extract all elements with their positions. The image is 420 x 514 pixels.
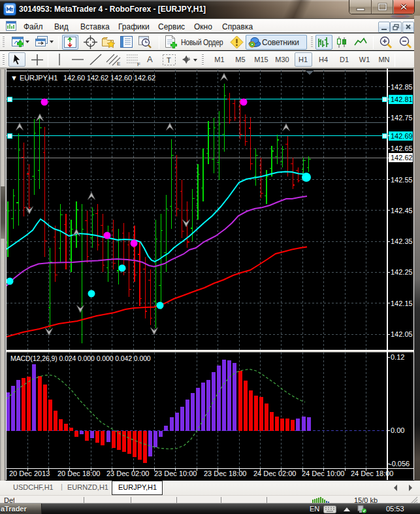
- svg-text:142.15: 142.15: [391, 300, 413, 307]
- svg-text:142.05: 142.05: [391, 330, 413, 338]
- svg-text:142.35: 142.35: [391, 237, 413, 245]
- svg-text:142.85: 142.85: [391, 83, 413, 91]
- svg-text:142.81: 142.81: [391, 95, 413, 103]
- svg-text:24 Dec 02:00: 24 Dec 02:00: [253, 470, 296, 477]
- svg-text:23 Dec 10:00: 23 Dec 10:00: [154, 470, 197, 477]
- svg-text:142.65: 142.65: [391, 145, 413, 152]
- svg-text:142.62: 142.62: [391, 154, 413, 162]
- svg-text:23 Dec 18:00: 23 Dec 18:00: [204, 470, 246, 477]
- svg-text:24 Dec 10:00: 24 Dec 10:00: [302, 470, 344, 477]
- svg-text:142.75: 142.75: [391, 114, 413, 122]
- svg-text:142.69: 142.69: [391, 132, 413, 140]
- svg-text:23 Dec 02:00: 23 Dec 02:00: [106, 470, 149, 477]
- svg-text:142.55: 142.55: [391, 176, 413, 184]
- svg-text:24 Dec 18:00: 24 Dec 18:00: [351, 470, 393, 477]
- svg-text:0.00: 0.00: [391, 426, 404, 434]
- svg-text:-0.056: -0.056: [389, 460, 410, 468]
- svg-text:142.45: 142.45: [391, 207, 413, 214]
- svg-text:MACD(12,26,9) 0.024 0.000 0.00: MACD(12,26,9) 0.024 0.000 0.000 0.042 0.…: [10, 354, 151, 362]
- svg-text:EURJPY,H1 142.60 142.62 142.: EURJPY,H1 142.60 142.62 142.60 142.62: [20, 74, 155, 82]
- svg-text:142.25: 142.25: [391, 268, 413, 276]
- svg-text:20 Dec 2013: 20 Dec 2013: [9, 470, 50, 477]
- svg-text:▼: ▼: [10, 74, 18, 82]
- svg-text:20 Dec 18:00: 20 Dec 18:00: [57, 470, 100, 477]
- svg-text:0.12: 0.12: [391, 353, 404, 361]
